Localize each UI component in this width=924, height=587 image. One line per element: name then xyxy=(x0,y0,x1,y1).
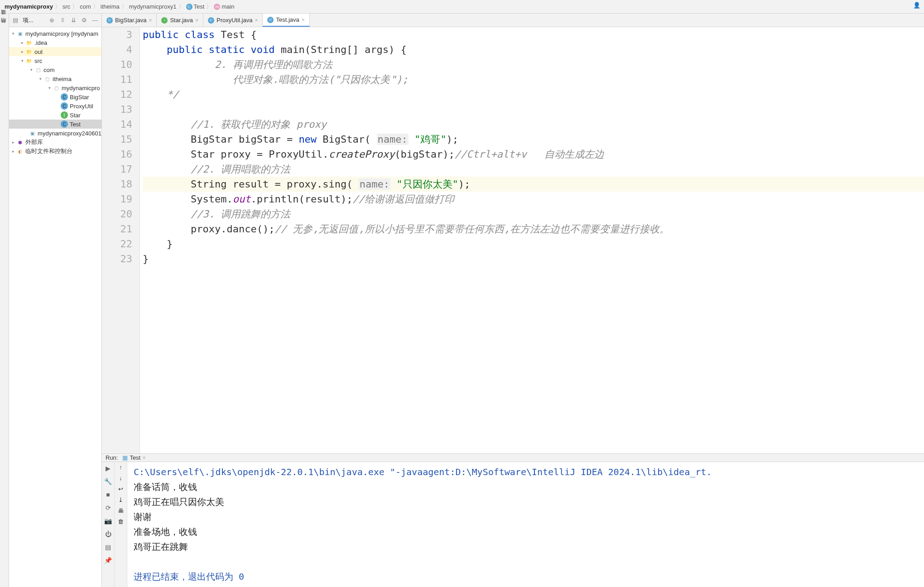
run-label: Run: xyxy=(106,454,118,461)
close-icon[interactable]: × xyxy=(149,17,152,24)
project-tree[interactable]: ▾ ▣ mydynamicproxy [mydynam ▸ 📁 .idea ▸ … xyxy=(9,27,101,587)
tree-star[interactable]: I Star xyxy=(9,111,101,120)
chevron-down-icon[interactable]: ▾ xyxy=(47,86,52,90)
project-toolbar: ▤ 项... ⊕ ⇳ ⇊ ⚙ — xyxy=(9,14,101,27)
class-icon: C xyxy=(61,102,68,110)
crumb-root[interactable]: mydynamicproxy xyxy=(5,3,53,10)
tree-idea[interactable]: ▸ 📁 .idea xyxy=(9,38,101,47)
tab-bigstar[interactable]: C BigStar.java × xyxy=(102,14,157,27)
chevron-right-icon[interactable]: ▸ xyxy=(20,40,24,45)
tab-star[interactable]: I Star.java × xyxy=(157,14,203,27)
wrench-icon[interactable]: 🔧 xyxy=(104,477,113,486)
console-output[interactable]: C:\Users\elf\.jdks\openjdk-22.0.1\bin\ja… xyxy=(127,462,924,587)
editor-tabs: C BigStar.java × I Star.java × C ProxyUt… xyxy=(102,14,924,27)
layout-icon[interactable]: ▤ xyxy=(104,543,113,552)
project-view-icon[interactable]: ▤ xyxy=(12,17,19,24)
tree-root[interactable]: ▾ ▣ mydynamicproxy [mydynam xyxy=(9,29,101,38)
console-line: 准备场地，收钱 xyxy=(134,524,918,539)
tree-src[interactable]: ▾ 📁 src xyxy=(9,56,101,65)
run-header: Run: ▦ Test × xyxy=(102,454,924,462)
library-icon: ⬢ xyxy=(16,139,24,146)
print-icon[interactable]: 🖶 xyxy=(118,507,124,514)
console-line: C:\Users\elf\.jdks\openjdk-22.0.1\bin\ja… xyxy=(134,465,918,480)
chevron-right-icon[interactable]: ▸ xyxy=(20,49,24,54)
chevron-down-icon[interactable]: ▾ xyxy=(29,67,34,72)
close-icon[interactable]: × xyxy=(142,454,146,461)
expand-icon[interactable]: ⇳ xyxy=(59,17,66,24)
gutter: 3 4 10 11 12 13 14 15 16 17 18 19 20 21 … xyxy=(102,27,140,453)
scratch-icon: ◐ xyxy=(16,148,24,155)
user-icon[interactable]: 👤 xyxy=(913,2,922,11)
editor-area: C BigStar.java × I Star.java × C ProxyUt… xyxy=(102,14,924,587)
interface-icon: I xyxy=(61,111,68,119)
hide-icon[interactable]: — xyxy=(91,17,99,24)
interface-icon: I xyxy=(161,17,168,24)
tree-test[interactable]: C Test xyxy=(9,120,101,129)
tree-iml[interactable]: ▣ mydynamicproxy240601 xyxy=(9,129,101,138)
method-icon: m xyxy=(214,4,220,10)
crumb-method[interactable]: main xyxy=(221,3,234,10)
locate-icon[interactable]: ⊕ xyxy=(48,17,55,24)
chevron-down-icon[interactable]: ▾ xyxy=(38,77,43,81)
close-icon[interactable]: × xyxy=(302,17,305,23)
exit-icon[interactable]: ⏻ xyxy=(104,529,113,539)
soft-wrap-icon[interactable]: ↩ xyxy=(118,486,123,492)
camera-icon[interactable]: 📷 xyxy=(104,516,113,525)
pin-icon[interactable]: 📌 xyxy=(104,556,113,565)
scroll-icon[interactable]: ⤓ xyxy=(118,496,123,503)
chevron-right-icon[interactable]: ▸ xyxy=(11,149,15,154)
crumb-itheima[interactable]: itheima xyxy=(101,3,120,10)
crumb-pkg[interactable]: mydynamicproxy1 xyxy=(129,3,177,10)
folder-icon: 📁 xyxy=(25,48,33,55)
chevron-down-icon[interactable]: ▾ xyxy=(11,31,15,36)
close-icon[interactable]: × xyxy=(195,17,198,24)
console-line: 准备话筒，收钱 xyxy=(134,480,918,495)
console-line: 鸡哥正在唱只因你太美 xyxy=(134,495,918,510)
console-line: 进程已结束，退出代码为 0 xyxy=(134,569,918,584)
module-icon: ▣ xyxy=(16,30,24,37)
folder-icon: 📁 xyxy=(25,57,33,64)
tree-pkg[interactable]: ▾ ▢ mydynamicpro xyxy=(9,83,101,92)
restart-icon[interactable]: ⟳ xyxy=(104,503,113,512)
collapse-icon[interactable]: ⇊ xyxy=(70,17,77,24)
run-icon[interactable]: ▶ xyxy=(104,464,113,473)
crumb-src[interactable]: src xyxy=(63,3,70,10)
settings-icon[interactable]: ⚙ xyxy=(81,17,88,24)
up-icon[interactable]: ↑ xyxy=(119,464,122,471)
package-icon: ▢ xyxy=(34,66,42,73)
tab-proxyutil[interactable]: C ProxyUtil.java × xyxy=(203,14,263,27)
chevron-right-icon[interactable]: ▸ xyxy=(11,140,15,144)
class-icon: C xyxy=(186,4,192,10)
class-icon: C xyxy=(208,17,214,24)
crumb-class[interactable]: Test xyxy=(194,3,205,10)
class-icon: C xyxy=(61,120,68,128)
tree-external[interactable]: ▸ ⬢ 外部库 xyxy=(9,138,101,147)
tree-proxyutil[interactable]: C ProxyUtil xyxy=(9,101,101,111)
sep: 〉 xyxy=(55,3,61,11)
left-tool-stripe: 项目 结构 xyxy=(0,14,9,587)
chevron-down-icon[interactable]: ▾ xyxy=(20,58,24,63)
code-editor[interactable]: 3 4 10 11 12 13 14 15 16 17 18 19 20 21 … xyxy=(102,27,924,453)
trash-icon[interactable]: 🗑 xyxy=(118,518,124,525)
class-icon: C xyxy=(106,17,113,24)
run-tab[interactable]: ▦ Test × xyxy=(122,454,145,461)
code-body[interactable]: public class Test { public static void m… xyxy=(140,27,924,453)
run-config-icon: ▦ xyxy=(122,454,128,461)
tab-test[interactable]: C Test.java × xyxy=(263,14,309,27)
tree-label: mydynamicproxy [mydynam xyxy=(25,30,98,37)
tree-out[interactable]: ▸ 📁 out xyxy=(9,47,101,56)
stop-icon[interactable]: ■ xyxy=(104,490,113,499)
tree-scratch[interactable]: ▸ ◐ 临时文件和控制台 xyxy=(9,147,101,156)
console-line: 鸡哥正在跳舞 xyxy=(134,539,918,554)
tree-com[interactable]: ▾ ▢ com xyxy=(9,65,101,74)
tree-bigstar[interactable]: C BigStar xyxy=(9,92,101,101)
crumb-com[interactable]: com xyxy=(80,3,91,10)
down-icon[interactable]: ↓ xyxy=(119,475,122,481)
run-panel: Run: ▦ Test × ▶ 🔧 ■ ⟳ 📷 ⏻ ▤ xyxy=(102,453,924,587)
tree-itheima[interactable]: ▾ ▢ itheima xyxy=(9,74,101,83)
class-icon: C xyxy=(61,93,68,101)
module-icon: ▣ xyxy=(29,130,36,137)
run-tool-column-1: ▶ 🔧 ■ ⟳ 📷 ⏻ ▤ 📌 xyxy=(102,462,115,587)
package-icon: ▢ xyxy=(43,75,51,82)
close-icon[interactable]: × xyxy=(255,17,258,24)
